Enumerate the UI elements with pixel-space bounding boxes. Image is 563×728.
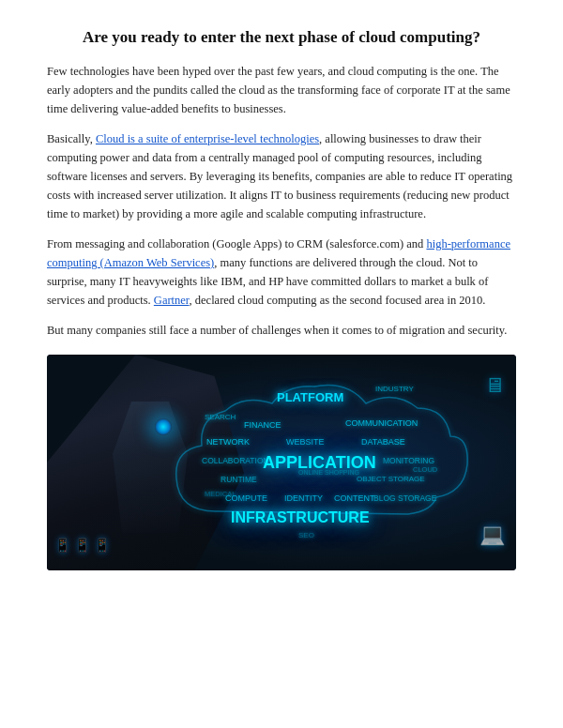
article-container: Are you ready to enter the next phase of… xyxy=(47,28,516,570)
label-infrastructure: INFRASTRUCTURE xyxy=(231,509,370,526)
paragraph-2: Basically, Cloud is a suite of enterpris… xyxy=(47,129,516,223)
label-industry: INDUSTRY xyxy=(375,385,414,393)
device-monitor-top: 🖥 xyxy=(484,373,505,398)
article-title: Are you ready to enter the next phase of… xyxy=(47,28,516,47)
device-left-icons: 📱 📱 📱 xyxy=(54,538,110,554)
label-object-storage: OBJECT STORAGE xyxy=(357,475,425,483)
label-online-shopping: ONLINE SHOPPING xyxy=(298,469,359,476)
device-icon-3: 📱 xyxy=(94,538,110,554)
paragraph-1: Few technologies have been hyped over th… xyxy=(47,62,516,118)
cloud-labels: PLATFORM INDUSTRY SEARCH FINANCE COMMUNI… xyxy=(47,355,516,570)
cloud-technologies-link[interactable]: Cloud is a suite of enterprise-level tec… xyxy=(96,132,319,145)
label-network: NETWORK xyxy=(206,437,250,447)
label-monitoring: MONITORING xyxy=(383,456,434,465)
label-identity: IDENTITY xyxy=(284,493,323,503)
cloud-scene: PLATFORM INDUSTRY SEARCH FINANCE COMMUNI… xyxy=(47,355,516,570)
label-runtime: RUNTIME xyxy=(221,475,257,484)
article-body: Few technologies have been hyped over th… xyxy=(47,62,516,340)
paragraph-3: From messaging and collaboration (Google… xyxy=(47,235,516,310)
cloud-computing-image: PLATFORM INDUSTRY SEARCH FINANCE COMMUNI… xyxy=(47,355,516,570)
label-compute: COMPUTE xyxy=(225,493,267,503)
device-icon-1: 📱 xyxy=(54,538,70,554)
label-content: CONTENT xyxy=(334,493,375,503)
paragraph-4: But many companies still face a number o… xyxy=(47,321,516,340)
device-monitor-bottom: 💻 xyxy=(479,523,505,547)
label-search: SEARCH xyxy=(205,413,236,421)
gartner-link[interactable]: Gartner xyxy=(154,294,190,307)
label-communication: COMMUNICATION xyxy=(345,418,418,428)
label-seo: SEO xyxy=(298,531,314,539)
label-platform: PLATFORM xyxy=(277,390,343,404)
device-icon-2: 📱 xyxy=(74,538,90,554)
label-blog-storage: BLOG STORAGE xyxy=(373,493,436,503)
label-website: WEBSITE xyxy=(286,437,325,447)
label-database: DATABASE xyxy=(361,437,405,447)
label-cloud: CLOUD xyxy=(413,465,437,474)
label-finance: FINANCE xyxy=(244,420,282,430)
label-collaboration: COLLABORATION xyxy=(202,456,269,465)
